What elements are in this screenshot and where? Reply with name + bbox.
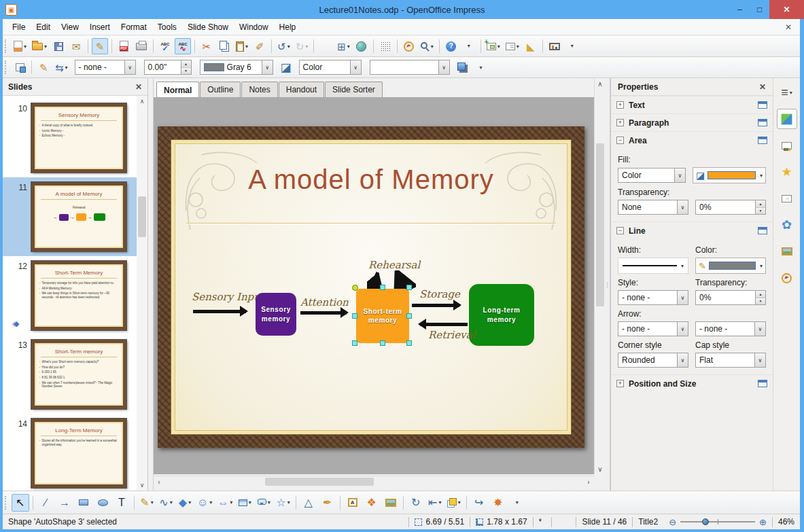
insert-picture-button[interactable] [382,494,400,512]
attention-arrow[interactable] [300,311,347,315]
arrow-start-select[interactable]: - none - ∨ [618,321,688,336]
menu-window[interactable]: Window [234,20,274,35]
dropdown-icon[interactable]: ▾ [249,499,251,506]
properties-splitter[interactable]: ⋮ [605,78,610,491]
thumbnail-image[interactable]: Short-Term memory▪What's your Short-term… [31,340,126,409]
drawing-toolbar-options-button[interactable]: ▾ [508,494,526,512]
properties-close-icon[interactable]: ✕ [759,82,766,92]
corner-style-select[interactable]: Rounded ∨ [618,353,688,368]
close-document-button[interactable]: ✕ [782,21,794,33]
section-text[interactable]: + Text [611,96,773,113]
help-button[interactable]: ? [443,38,459,54]
zoom-percent[interactable]: 46% [773,517,800,527]
dropdown-icon[interactable]: ▾ [287,499,290,506]
scroll-up-icon[interactable]: ∧ [595,78,606,89]
email-document-button[interactable]: ✉ [68,38,84,54]
line-transparency-spinner[interactable]: 0% ▲▼ [695,290,766,305]
rehearsal-label[interactable]: Rehearsal [368,259,420,271]
sensory-input-label[interactable]: Sensory Input [192,291,264,303]
selection-handle-top-left[interactable] [352,285,358,291]
connector-tool-button[interactable]: ∿▾ [157,494,175,512]
possize-dialog-launcher-icon[interactable] [758,380,767,387]
glue-points-button[interactable]: ✒ [319,494,336,512]
copy-button[interactable] [216,38,232,54]
line-dialog-launcher-icon[interactable] [758,227,767,234]
scroll-down-icon[interactable]: ∨ [595,463,606,474]
new-presentation-button[interactable]: ▾ [12,38,29,54]
dropdown-icon[interactable]: ▾ [230,499,232,506]
shadow-button[interactable] [455,59,471,75]
line-color-select[interactable]: Gray 6 ∨ [200,60,273,75]
section-paragraph[interactable]: + Paragraph [611,113,773,131]
storage-label[interactable]: Storage [419,288,460,300]
tab-styles-and-formatting[interactable]: ✿ [777,215,797,235]
cut-button[interactable]: ✂ [198,38,215,54]
navigator-button[interactable] [401,38,417,54]
section-line[interactable]: − Line [611,221,773,239]
spelling-button[interactable]: ABC✓ [157,38,173,54]
star-shapes-button[interactable]: ☆▾ [274,494,292,512]
dropdown-icon[interactable]: ▾ [268,499,270,506]
view-tab-outline[interactable]: Outline [200,82,241,97]
selection-handle-middle-right[interactable] [406,313,412,319]
dropdown-icon[interactable]: ▾ [431,43,434,50]
long-term-memory-box[interactable]: Long-term memory [469,284,534,346]
dropdown-icon[interactable]: ▾ [517,43,519,50]
tab-custom-animation[interactable]: ★ [777,162,797,182]
linefill-toolbar-options[interactable]: ▾ [472,59,489,75]
slide-thumbnail-10[interactable]: 10Sensory Memory▪A literal copy of what … [3,99,137,177]
fill-color-select[interactable]: ∨ [370,60,450,75]
arrow-tool-button[interactable]: → [56,494,73,512]
print-button[interactable] [133,38,150,54]
area-dialog-launcher-icon[interactable] [758,137,767,144]
scrollbar-thumb[interactable] [596,143,604,306]
line-tool-button[interactable]: ∕ [37,494,54,512]
basic-shapes-button[interactable]: ◆▾ [176,494,194,512]
interaction-button[interactable]: ↪ [470,494,488,512]
hyperlink-button[interactable] [353,38,370,54]
dropdown-icon[interactable]: ▾ [347,43,350,50]
rectangle-tool-button[interactable] [75,494,92,512]
tab-master-pages[interactable] [777,135,797,156]
edit-file-button[interactable]: ✎ [92,38,108,54]
scrollbar-thumb[interactable] [138,196,146,237]
slide-design-button[interactable]: ◣ [523,38,539,54]
menu-help[interactable]: Help [274,20,302,35]
area-fill-type-select[interactable]: Color ∨ [618,168,686,183]
paste-button[interactable]: ▾ [234,38,250,54]
autospellcheck-button[interactable]: ABC∿ [175,38,191,54]
line-style-dropdown-icon[interactable]: ∨ [124,60,135,74]
color-dropdown-icon[interactable]: ▾ [760,173,763,179]
transparency-type-select[interactable]: None ∨ [618,200,688,215]
toolbar-grip[interactable] [5,496,8,510]
view-tab-handout[interactable]: Handout [279,82,324,97]
section-position-and-size[interactable]: + Position and Size [611,374,773,392]
zoom-in-icon[interactable]: ⊕ [759,517,767,527]
flowchart-shapes-button[interactable]: ▾ [236,494,254,512]
menu-tools[interactable]: Tools [152,20,182,35]
menu-insert[interactable]: Insert [84,20,116,35]
menu-edit[interactable]: Edit [31,20,56,35]
ellipse-tool-button[interactable] [94,494,111,512]
slide-layout-button[interactable]: ▾ [504,38,521,54]
redo-button[interactable]: ↻▾ [294,38,311,54]
storage-arrow[interactable] [412,304,459,307]
area-fill-color-picker[interactable]: ◪ ▾ [693,167,766,183]
tab-slide-transition[interactable]: → [777,188,797,209]
animation-effects-button[interactable]: ✸ [489,494,507,512]
dropdown-icon[interactable]: ▾ [44,43,47,50]
scroll-down-icon[interactable]: ∨ [137,480,147,491]
line-width-spinner[interactable]: 0.00" ▲▼ [144,60,192,75]
sensory-input-arrow[interactable] [193,310,246,313]
arrange-button[interactable]: ▾ [445,494,463,512]
curve-tool-button[interactable]: ✎▾ [138,494,156,512]
vertical-scrollbar[interactable]: ∧ ∨ [594,78,605,474]
zoom-slider-thumb[interactable] [702,518,709,525]
presentation-toolbar-options-button[interactable]: ▾ [564,38,580,54]
rotate-button[interactable]: ↻ [407,494,425,512]
line-pen-button[interactable]: ✎ [35,59,52,75]
scroll-left-icon[interactable]: ‹ [154,476,164,487]
fill-type-select[interactable]: Color ∨ [299,60,362,75]
transparency-value-spinner[interactable]: 0% ▲▼ [695,200,766,215]
fontwork-gallery-button[interactable]: A [344,494,362,512]
